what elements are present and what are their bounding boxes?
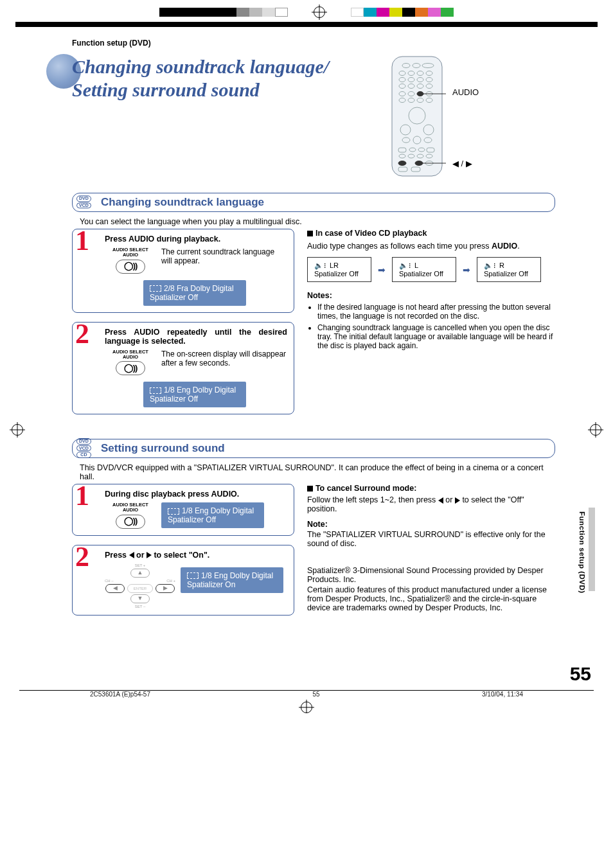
osd-display-2: 1/8 Eng Dolby Digital Spatializer Off bbox=[143, 382, 246, 407]
notes-list: If the desired language is not heard aft… bbox=[307, 303, 555, 350]
page-number: 55 bbox=[0, 663, 591, 685]
step-number-2-icon: 2 bbox=[75, 320, 89, 348]
top-black-bar bbox=[15, 22, 598, 27]
section2-heading: Setting surround sound bbox=[101, 442, 547, 455]
s2-step1-title: During disc playback press AUDIO. bbox=[105, 490, 287, 499]
osd4-l1: 1/8 Eng Dolby Digital bbox=[201, 571, 273, 580]
vcd-box-l: 🔈⫶L Spatializer Off bbox=[392, 257, 456, 282]
speech-icon bbox=[168, 508, 179, 515]
section-header-surround: DVD VCD CD Setting surround sound bbox=[72, 439, 555, 458]
disc-badges-2: DVD VCD CD bbox=[76, 438, 91, 459]
remote-callout-audio: AUDIO bbox=[452, 87, 479, 97]
badge-dvd: DVD bbox=[76, 438, 91, 445]
footer-right: 3/10/04, 11:34 bbox=[482, 691, 523, 698]
greyscale-swatches bbox=[159, 8, 288, 17]
arrow-right-icon: ➡ bbox=[378, 265, 386, 275]
section1-heading: Changing soundtrack language bbox=[101, 196, 547, 209]
s1-step1-title: Press AUDIO during playback. bbox=[105, 235, 287, 244]
osd3-l2: Spatializer Off bbox=[168, 515, 258, 524]
audio-button-icon: ◯)) bbox=[116, 361, 145, 375]
nav-pad-graphic: SET + ▲ CH – CH + ◀ ENTER ▶ bbox=[105, 563, 175, 608]
nav-enter-button-icon: ENTER bbox=[127, 584, 153, 593]
osd2-l1: 1/8 Eng Dolby Digital bbox=[164, 385, 236, 394]
arrow-right-icon: ➡ bbox=[463, 265, 470, 275]
audio-button-graphic-2: AUDIO SELECT AUDIO ◯)) bbox=[105, 350, 156, 376]
legal-p1: Spatializer® 3-Dimensional Sound Process… bbox=[307, 566, 555, 584]
s1-step2-body: The on-screen display will disappear aft… bbox=[161, 350, 287, 368]
footer-left: 2C53601A (E)p54-57 bbox=[90, 691, 150, 698]
osd-display-4: 1/8 Eng Dolby Digital Spatializer On bbox=[181, 567, 283, 593]
color-swatches bbox=[351, 8, 454, 17]
badge-dvd: DVD bbox=[76, 195, 91, 202]
step-number-1-icon: 1 bbox=[75, 482, 89, 510]
title-line2: Setting surround sound bbox=[72, 79, 260, 100]
badge-vcd: VCD bbox=[76, 202, 91, 209]
vcd-box-lr: 🔈⫶LR Spatializer Off bbox=[307, 257, 371, 282]
section1-step2: 2 Press AUDIO repeatedly until the desir… bbox=[72, 322, 294, 415]
nav-right-button-icon: ▶ bbox=[155, 584, 175, 593]
print-registration-marks bbox=[0, 0, 613, 22]
nav-up-button-icon: ▲ bbox=[130, 569, 150, 578]
svg-point-41 bbox=[398, 161, 406, 166]
page-title: Changing soundtrack language/ Setting su… bbox=[72, 55, 365, 102]
speaker-icon: 🔈⫶ bbox=[484, 261, 497, 270]
square-bullet-icon bbox=[307, 486, 313, 492]
speech-icon bbox=[150, 387, 161, 394]
step-number-1-icon: 1 bbox=[75, 227, 89, 255]
audio-button-icon: ◯)) bbox=[116, 515, 145, 529]
thumb-tab-icon bbox=[589, 508, 595, 591]
remote-diagram: AUDIO ◀ / ▶ bbox=[388, 55, 555, 177]
svg-point-40 bbox=[417, 92, 423, 96]
registration-mark-icon bbox=[314, 6, 325, 18]
speech-icon bbox=[187, 572, 199, 579]
section2-step2: 2 Press or to select "On". SET + ▲ CH – … bbox=[72, 545, 294, 616]
btn-label-2b: AUDIO bbox=[105, 355, 156, 360]
osd1-l2: Spatializer Off bbox=[150, 293, 240, 302]
vcd-subheading: In case of Video CD playback bbox=[307, 229, 555, 238]
notes-label: Notes: bbox=[307, 291, 555, 300]
audio-button-graphic-3: AUDIO SELECT AUDIO ◯)) bbox=[105, 502, 156, 529]
right-triangle-icon bbox=[455, 497, 460, 504]
audio-button-icon: ◯)) bbox=[116, 260, 145, 274]
legal-p2: Certain audio features of this product m… bbox=[307, 585, 555, 612]
section1-step1: 1 Press AUDIO during playback. AUDIO SEL… bbox=[72, 229, 294, 313]
square-bullet-icon bbox=[307, 231, 313, 236]
osd1-l1: 2/8 Fra Dolby Digital bbox=[164, 284, 234, 293]
s2-step2-title: Press or to select "On". bbox=[105, 551, 287, 560]
note-text: The "SPATIALIZER VIRTUAL SURROUND" is ef… bbox=[307, 530, 555, 548]
speaker-icon: 🔈⫶ bbox=[314, 261, 327, 270]
speech-icon bbox=[150, 285, 161, 292]
badge-cd: CD bbox=[76, 452, 91, 458]
section2-step1: 1 During disc playback press AUDIO. AUDI… bbox=[72, 484, 294, 536]
registration-mark-left-icon bbox=[12, 424, 23, 436]
remote-icon bbox=[388, 55, 446, 177]
btn-label-2c: AUDIO bbox=[105, 508, 156, 513]
section2-intro: This DVD/VCR equipped with a "SPATIALIZE… bbox=[80, 463, 555, 481]
section-header-changing-language: DVD VCD Changing soundtrack language bbox=[72, 193, 555, 212]
disc-badges: DVD VCD bbox=[76, 195, 91, 209]
left-triangle-icon bbox=[129, 552, 134, 558]
right-triangle-icon bbox=[147, 552, 152, 558]
vcd-flow-diagram: 🔈⫶LR Spatializer Off ➡ 🔈⫶L Spatializer O… bbox=[307, 257, 555, 282]
osd3-l1: 1/8 Eng Dolby Digital bbox=[182, 506, 254, 515]
step-number-2-icon: 2 bbox=[75, 543, 89, 571]
registration-mark-right-icon bbox=[590, 424, 601, 436]
vcd-box-r: 🔈⫶R Spatializer Off bbox=[477, 257, 541, 282]
note-label: Note: bbox=[307, 520, 555, 529]
note-2: Changing soundtrack language is cancelle… bbox=[317, 323, 555, 350]
osd4-l2: Spatializer On bbox=[187, 580, 277, 589]
speaker-icon: 🔈⫶ bbox=[399, 261, 412, 270]
s1-step2-title: Press AUDIO repeatedly until the desired… bbox=[105, 328, 287, 346]
badge-vcd: VCD bbox=[76, 445, 91, 452]
left-triangle-icon bbox=[438, 497, 443, 504]
footer-center: 55 bbox=[312, 691, 319, 698]
cancel-paragraph: Follow the left steps 1~2, then press or… bbox=[307, 495, 555, 513]
registration-mark-bottom-icon bbox=[301, 702, 312, 713]
osd-display-1: 2/8 Fra Dolby Digital Spatializer Off bbox=[143, 280, 246, 306]
side-tab-label: Function setup (DVD) bbox=[578, 511, 586, 594]
section1-intro: You can select the language when you pla… bbox=[80, 217, 555, 226]
svg-point-42 bbox=[415, 161, 423, 166]
nav-left-button-icon: ◀ bbox=[105, 584, 125, 593]
side-tab: Function setup (DVD) bbox=[537, 508, 595, 713]
s1-step1-body: The current soundtrack language will app… bbox=[161, 247, 287, 265]
